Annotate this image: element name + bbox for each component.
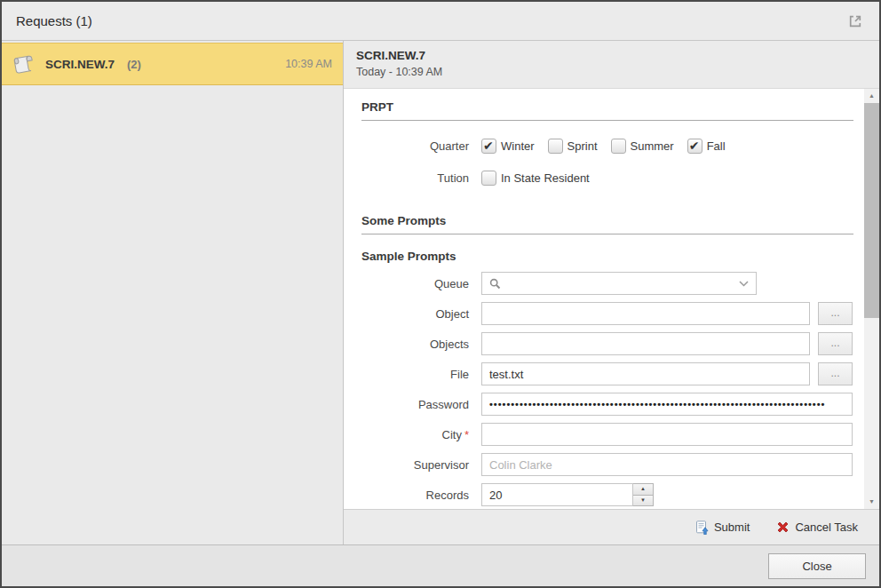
objects-label: Objects [361, 338, 469, 351]
checkbox-unchecked-icon [548, 139, 563, 154]
action-bar: Submit Cancel Task [344, 509, 879, 544]
supervisor-label: Supervisor [361, 458, 469, 472]
script-scroll-icon [12, 54, 36, 75]
checkbox-option-winter[interactable]: Winter [481, 139, 535, 154]
objects-input[interactable] [481, 332, 810, 355]
scroll-up-icon[interactable]: ▲ [864, 89, 879, 103]
detail-title: SCRI.NEW.7 [356, 49, 879, 62]
object-row: Object ... [361, 302, 864, 325]
checkbox-checked-icon [687, 139, 702, 154]
records-input[interactable] [481, 483, 633, 506]
password-row: Password [361, 393, 864, 416]
request-detail-panel: SCRI.NEW.7 Today - 10:39 AM PRPT Quarter… [344, 41, 879, 544]
cancel-task-label: Cancel Task [795, 520, 858, 534]
spinner-up-icon[interactable]: ▲ [633, 483, 654, 495]
file-input[interactable] [481, 362, 810, 385]
requests-window: Requests (1) SCRI.NEW.7 (2) [0, 0, 881, 588]
submit-button[interactable]: Submit [694, 520, 750, 535]
tution-row: Tution In State Resident [361, 166, 864, 189]
request-list: SCRI.NEW.7 (2) 10:39 AM [2, 41, 344, 544]
spinner-down-icon[interactable]: ▼ [633, 495, 654, 507]
prompt-form: PRPT Quarter Winter Sprint [344, 89, 879, 509]
cancel-task-button[interactable]: Cancel Task [776, 520, 858, 534]
queue-row: Queue [361, 272, 864, 295]
checkbox-option-fall[interactable]: Fall [687, 139, 726, 154]
quarter-row: Quarter Winter Sprint Summer [361, 134, 864, 157]
objects-browse-button[interactable]: ... [818, 332, 853, 355]
section-divider [361, 120, 853, 121]
request-name: SCRI.NEW.7 [45, 58, 115, 71]
red-x-icon [776, 520, 790, 534]
object-browse-button[interactable]: ... [818, 302, 853, 325]
checkbox-option-in-state-resident[interactable]: In State Resident [481, 171, 590, 186]
password-input[interactable] [481, 393, 853, 416]
object-input[interactable] [481, 302, 810, 325]
records-row: Records ▲ ▼ [361, 483, 864, 506]
supervisor-input[interactable] [481, 453, 853, 476]
titlebar: Requests (1) [2, 2, 879, 41]
checkbox-checked-icon [481, 139, 496, 154]
quarter-label: Quarter [361, 139, 469, 153]
required-asterisk: * [464, 428, 469, 441]
records-spinner: ▲ ▼ [633, 483, 654, 506]
city-label: City* [361, 428, 469, 441]
objects-row: Objects ... [361, 332, 864, 355]
object-label: Object [361, 307, 469, 321]
form-content: PRPT Quarter Winter Sprint [344, 89, 864, 509]
detail-timestamp: Today - 10:39 AM [356, 66, 879, 78]
scrollbar-thumb[interactable] [864, 103, 879, 318]
records-label: Records [361, 489, 469, 502]
window-title: Requests (1) [16, 13, 92, 28]
section-title-prpt: PRPT [361, 100, 864, 114]
queue-label: Queue [361, 277, 469, 290]
request-list-item[interactable]: SCRI.NEW.7 (2) 10:39 AM [2, 43, 343, 85]
chevron-down-icon[interactable] [739, 281, 749, 287]
checkbox-unchecked-icon [481, 171, 496, 186]
open-in-new-window-icon[interactable] [847, 13, 863, 29]
request-count-badge: (2) [127, 58, 141, 71]
request-time: 10:39 AM [285, 58, 332, 70]
section-title-sample-prompts: Sample Prompts [361, 250, 864, 263]
submit-label: Submit [714, 520, 750, 534]
scroll-down-icon[interactable]: ▼ [864, 495, 879, 509]
file-row: File ... [361, 362, 864, 385]
vertical-scrollbar[interactable]: ▲ ▼ [864, 89, 879, 509]
file-label: File [361, 368, 469, 381]
checkbox-unchecked-icon [611, 139, 626, 154]
city-row: City* [361, 423, 864, 446]
section-title-some-prompts: Some Prompts [361, 214, 864, 227]
checkbox-option-sprint[interactable]: Sprint [548, 139, 598, 154]
file-browse-button[interactable]: ... [818, 362, 853, 385]
password-label: Password [361, 398, 469, 411]
supervisor-row: Supervisor [361, 453, 864, 476]
city-input[interactable] [481, 423, 853, 446]
tution-label: Tution [361, 171, 469, 185]
queue-combobox[interactable] [481, 272, 757, 295]
search-icon [489, 278, 501, 290]
detail-header: SCRI.NEW.7 Today - 10:39 AM [344, 41, 879, 89]
submit-document-icon [694, 520, 709, 535]
main-split: SCRI.NEW.7 (2) 10:39 AM SCRI.NEW.7 Today… [2, 41, 879, 544]
dialog-footer: Close [2, 544, 879, 586]
close-button[interactable]: Close [768, 553, 866, 579]
checkbox-option-summer[interactable]: Summer [611, 139, 674, 154]
section-divider [361, 234, 853, 234]
